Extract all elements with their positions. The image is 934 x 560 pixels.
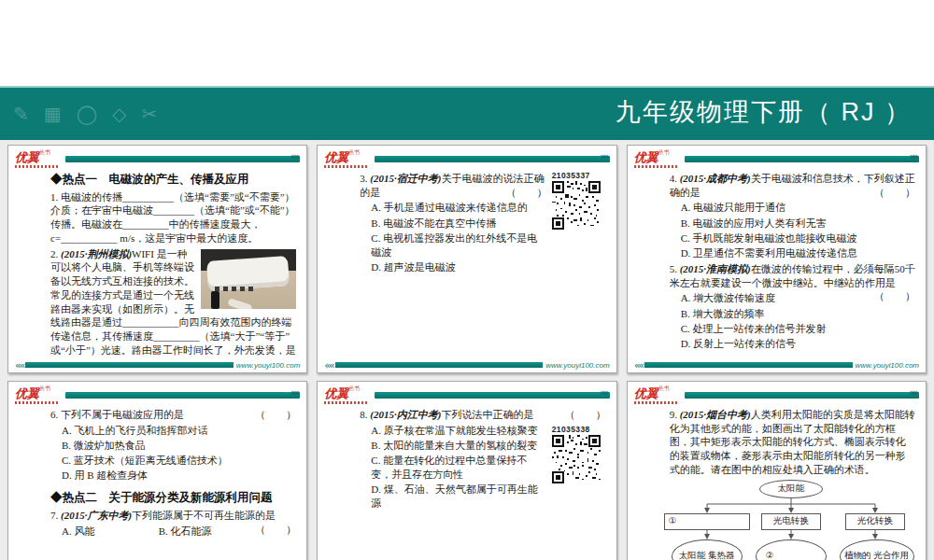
footer-rule	[644, 362, 852, 368]
worksheet-panel-4[interactable]: 优翼丛书 »» 6. 下列不属于电磁波应用的是（ ） A. 飞机上的飞行员和指挥…	[7, 381, 307, 560]
header-rule: »»	[375, 392, 609, 399]
qr-code-icon	[552, 435, 601, 483]
header-rule: »»	[685, 392, 919, 399]
option-b: B. 增大微波的频率	[681, 307, 915, 321]
chevrons-right-icon: »»	[600, 151, 607, 161]
panel-header: 优翼丛书 »»	[324, 149, 609, 168]
panel-content: 8. (2015·内江中考)下列说法中正确的是（ ） 21035338	[324, 404, 609, 560]
question-6: 6. 下列不属于电磁波应用的是（ ）	[50, 408, 296, 422]
qr-block: 21035337	[552, 171, 606, 230]
option-b: B. 微波炉加热食品	[62, 439, 296, 453]
option-a: A. 飞机上的飞行员和指挥部对话	[62, 424, 296, 438]
toolbar: ✎ ▦ ◯ ◇ ✂	[0, 103, 157, 125]
flow-box-blank-1: ①	[664, 513, 750, 530]
topic-heading: ◆热点一 电磁波的产生、传播及应用	[50, 172, 296, 188]
logo-text: 优翼	[324, 386, 348, 400]
panel-header: 优翼丛书 »»	[324, 385, 609, 404]
youyi-logo: 优翼丛书	[324, 385, 373, 404]
header-rule: »»	[65, 392, 300, 399]
panel-footer: «« www.youyi100.com	[15, 359, 300, 371]
header-rule: »»	[685, 156, 919, 162]
option-c: C. 处理上一站传来的信号并发射	[681, 322, 915, 336]
option-b: B. 化石能源	[159, 525, 256, 539]
header-rule: »»	[65, 156, 300, 162]
logo-text: 优翼	[634, 150, 658, 164]
worksheet-panel-2[interactable]: 优翼丛书 »» 21035337	[317, 145, 616, 373]
topic-heading: ◆热点二 关于能源分类及新能源利用问题	[50, 490, 296, 506]
panel-header: 优翼丛书 »»	[634, 149, 919, 168]
option-d: D. 超声波是电磁波	[371, 260, 605, 274]
option-c: C. 蓝牙技术（短距离无线通信技术）	[62, 454, 296, 468]
qr-id: 21035337	[552, 171, 606, 181]
chevrons-right-icon: »»	[290, 387, 298, 398]
logo-text: 优翼	[15, 386, 39, 400]
question-5: 5. (2015·淮南模拟)在微波的传输过程中，必须每隔50千米左右就要建设一个…	[670, 262, 915, 289]
footer-rule	[335, 362, 543, 368]
youyi-logo: 优翼丛书	[634, 385, 683, 404]
header-rule: »»	[375, 156, 609, 162]
logo-subtext: 丛书	[658, 385, 670, 391]
chevrons-left-icon: ««	[324, 360, 333, 371]
logo-subtext: 丛书	[348, 385, 360, 391]
panel-header: 优翼丛书 »»	[15, 385, 300, 404]
logo-text: 优翼	[15, 150, 39, 164]
youyi-logo: 优翼丛书	[634, 149, 683, 168]
panel-content: 6. 下列不属于电磁波应用的是（ ） A. 飞机上的飞行员和指挥部对话 B. 微…	[15, 404, 300, 560]
chevrons-left-icon: ««	[634, 360, 643, 371]
solar-energy-flowchart: 太阳能 ① 光电转换 光化转换 太阳能 集热器 ② 植物的 光合作用	[658, 480, 919, 560]
worksheet-panel-5[interactable]: 优翼丛书 »» 8. (2015·内江中考)下列说法中正确的是（ ） 21035…	[317, 381, 616, 560]
question-9: 9. (2015·烟台中考)人类利用太阳能的实质是将太阳能转化为其他形式的能，如…	[670, 408, 915, 477]
cable	[227, 298, 252, 309]
website-url: www.youyi100.com	[545, 361, 609, 370]
chevrons-right-icon: »»	[290, 151, 298, 161]
question-8: 8. (2015·内江中考)下列说法中正确的是（ ）	[360, 408, 605, 422]
question-1: 1. 电磁波的传播__________（选填“需要”或“不需要”）介质；在宇宙中…	[50, 190, 296, 245]
option-c: C. 手机既能发射电磁波也能接收电磁波	[681, 231, 915, 245]
router-photo	[201, 249, 296, 309]
shape-icon[interactable]: ◇	[112, 103, 126, 125]
website-url: www.youyi100.com	[236, 361, 300, 370]
qr-block: 21035338	[552, 425, 606, 483]
panel-content: 21035337	[324, 168, 609, 357]
option-row: A. 风能 B. 化石能源	[62, 525, 255, 539]
whiteboard-icon[interactable]: ▦	[44, 103, 62, 125]
slide-grid: 优翼丛书 »» ◆热点一 电磁波的产生、传播及应用 1. 电磁波的传播_____…	[0, 140, 934, 560]
worksheet-panel-6[interactable]: 优翼丛书 »» 9. (2015·烟台中考)人类利用太阳能的实质是将太阳能转化为…	[627, 381, 927, 560]
footer-rule	[25, 362, 233, 368]
question-4: 4. (2015·成都中考)关于电磁波和信息技术，下列叙述正确的是（ ）	[670, 172, 915, 199]
panel-footer: «« www.youyi100.com	[324, 359, 609, 371]
app-header-bar: ✎ ▦ ◯ ◇ ✂ 九年级物理下册（ RJ ）	[0, 86, 934, 140]
youyi-logo: 优翼丛书	[15, 149, 64, 168]
logo-subtext: 丛书	[348, 149, 360, 155]
option-d: D. 卫星通信不需要利用电磁波传递信息	[681, 246, 915, 260]
worksheet-panel-1[interactable]: 优翼丛书 »» ◆热点一 电磁波的产生、传播及应用 1. 电磁波的传播_____…	[7, 145, 307, 373]
website-url: www.youyi100.com	[856, 361, 919, 370]
panel-content: ◆热点一 电磁波的产生、传播及应用 1. 电磁波的传播__________（选填…	[15, 168, 300, 357]
eraser-icon[interactable]: ◯	[77, 103, 97, 125]
cable	[211, 291, 219, 309]
logo-text: 优翼	[324, 150, 348, 164]
pen-icon[interactable]: ✎	[13, 103, 29, 125]
qr-code-icon	[552, 181, 601, 230]
page-title: 九年级物理下册（ RJ ）	[616, 95, 912, 129]
panel-footer: «« www.youyi100.com	[634, 359, 919, 371]
logo-subtext: 丛书	[39, 149, 50, 155]
logo-text: 优翼	[634, 386, 658, 400]
logo-subtext: 丛书	[39, 385, 50, 391]
option-a: A. 风能	[62, 525, 159, 539]
question-7: 7. (2015·广东中考)下列能源属于不可再生能源的是（ ）	[50, 509, 296, 523]
qr-id: 21035338	[552, 425, 606, 435]
scissors-icon[interactable]: ✂	[141, 103, 157, 125]
panel-header: 优翼丛书 »»	[15, 149, 300, 168]
option-d: D. 反射上一站传来的信号	[681, 337, 915, 351]
chevrons-right-icon: »»	[910, 387, 917, 398]
worksheet-panel-3[interactable]: 优翼丛书 »» 4. (2015·成都中考)关于电磁波和信息技术，下列叙述正确的…	[627, 145, 927, 373]
chevrons-right-icon: »»	[600, 387, 607, 398]
chevrons-left-icon: ««	[15, 360, 23, 371]
flow-box-photochemical: 光化转换	[845, 513, 905, 530]
panel-content: 4. (2015·成都中考)关于电磁波和信息技术，下列叙述正确的是（ ） A. …	[634, 168, 919, 357]
flow-box-photoelectric: 光电转换	[761, 513, 821, 530]
router-ports	[215, 287, 255, 290]
logo-subtext: 丛书	[658, 149, 670, 155]
chevrons-right-icon: »»	[910, 151, 917, 161]
